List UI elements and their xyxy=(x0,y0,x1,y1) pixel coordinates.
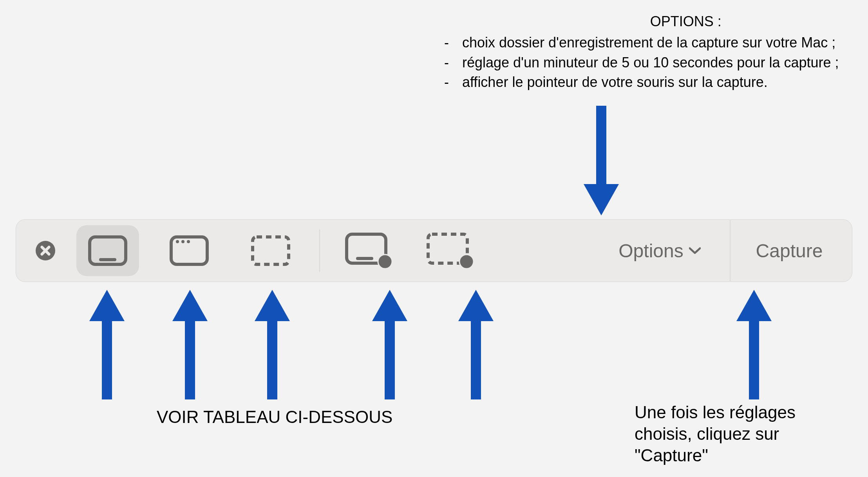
svg-marker-27 xyxy=(458,290,494,321)
options-bullet-timer: réglage d'un minuteur de 5 ou 10 seconde… xyxy=(431,53,839,72)
svg-point-9 xyxy=(181,240,184,243)
arrow-down-to-options-icon xyxy=(580,106,623,217)
svg-marker-19 xyxy=(89,290,125,321)
capture-instr-line-1: Une fois les réglages xyxy=(635,401,796,423)
svg-marker-23 xyxy=(255,290,290,321)
options-bullet-folder: choix dossier d'enregistrement de la cap… xyxy=(431,33,839,52)
options-annotation-block: OPTIONS : choix dossier d'enregistrement… xyxy=(431,12,839,92)
screenshot-toolbar: Options Capture xyxy=(16,219,852,282)
arrow-up-record-entire-screen-icon xyxy=(368,290,411,401)
svg-marker-29 xyxy=(736,290,772,321)
arrow-up-record-selection-icon xyxy=(454,290,497,401)
svg-marker-1 xyxy=(584,184,619,215)
options-bullet-pointer: afficher le pointeur de votre souris sur… xyxy=(431,72,839,92)
options-label: Options xyxy=(618,240,683,262)
capture-selection-icon xyxy=(251,235,290,266)
options-dropdown[interactable]: Options xyxy=(590,219,731,282)
arrow-up-capture-button-icon xyxy=(732,290,776,401)
toolbar-separator xyxy=(319,229,320,272)
record-entire-screen-icon xyxy=(345,233,392,269)
capture-instructions-annotation: Une fois les réglages choisis, cliquez s… xyxy=(635,401,796,466)
capture-instr-line-3: "Capture" xyxy=(635,444,796,466)
capture-entire-screen-icon xyxy=(88,235,127,266)
capture-instr-line-2: choisis, cliquez sur xyxy=(635,423,796,444)
options-annotation-heading: OPTIONS : xyxy=(533,12,839,31)
chevron-down-icon xyxy=(689,247,701,255)
capture-label: Capture xyxy=(756,240,823,262)
svg-rect-6 xyxy=(99,258,116,261)
arrow-up-capture-selection-icon xyxy=(251,290,294,401)
close-icon xyxy=(36,241,55,260)
svg-rect-11 xyxy=(253,237,289,264)
record-selection-button[interactable] xyxy=(419,225,481,276)
capture-window-button[interactable] xyxy=(158,225,221,276)
svg-marker-25 xyxy=(372,290,407,321)
svg-rect-13 xyxy=(356,257,373,260)
options-annotation-bullets: choix dossier d'enregistrement de la cap… xyxy=(431,33,839,92)
capture-button[interactable]: Capture xyxy=(731,219,848,282)
capture-selection-button[interactable] xyxy=(239,225,302,276)
svg-point-10 xyxy=(187,240,190,243)
svg-point-8 xyxy=(176,240,179,243)
close-button[interactable] xyxy=(32,237,59,264)
capture-window-icon xyxy=(170,235,209,266)
record-entire-screen-button[interactable] xyxy=(337,225,400,276)
capture-entire-screen-button[interactable] xyxy=(76,225,139,276)
arrow-up-capture-window-icon xyxy=(168,290,212,401)
arrow-up-capture-entire-screen-icon xyxy=(85,290,128,401)
svg-marker-21 xyxy=(172,290,208,321)
see-table-annotation: VOIR TABLEAU CI-DESSOUS xyxy=(157,407,392,427)
record-selection-icon xyxy=(427,233,474,269)
